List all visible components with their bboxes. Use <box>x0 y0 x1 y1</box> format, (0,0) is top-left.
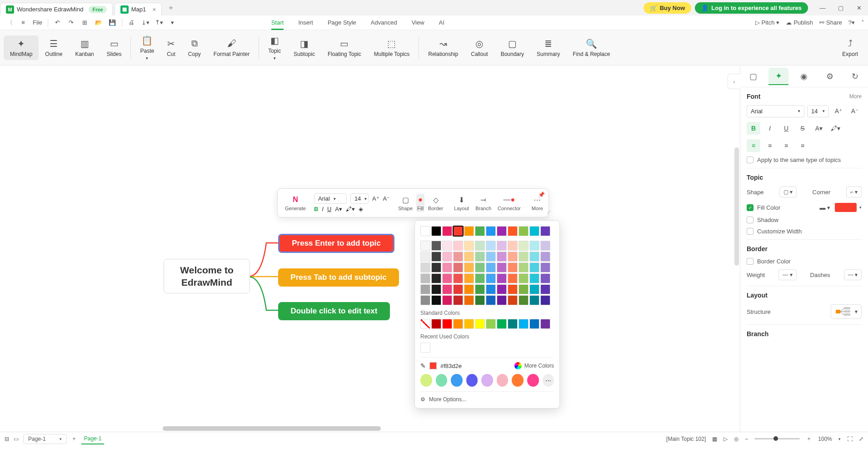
color-swatch[interactable] <box>442 241 452 251</box>
paste-button[interactable]: 📋Paste▾ <box>134 32 160 63</box>
color-swatch[interactable] <box>420 226 430 236</box>
color-swatch[interactable] <box>529 252 539 262</box>
color-swatch[interactable] <box>442 295 452 305</box>
color-swatch[interactable] <box>453 319 463 329</box>
main-topic-1[interactable]: Press Enter to add topic <box>278 234 394 253</box>
rp-decrease-font[interactable]: A⁻ <box>848 105 862 117</box>
hamburger-icon[interactable]: ≡ <box>17 17 29 29</box>
more-toolbar-icon[interactable]: ▾ <box>167 17 179 29</box>
fill-color-dropdown-icon[interactable]: ▾ <box>859 205 862 210</box>
weight-select[interactable]: — ▾ <box>778 269 796 280</box>
topic-button[interactable]: ◧Topic▾ <box>262 32 287 63</box>
color-swatch[interactable] <box>540 241 550 251</box>
relationship-button[interactable]: ↝Relationship <box>422 35 464 60</box>
play-status-icon[interactable]: ▷ <box>723 436 728 442</box>
color-swatch[interactable] <box>508 262 518 272</box>
rp-bold-button[interactable]: B <box>747 122 760 135</box>
panel-tab-icon[interactable]: ◉ <box>794 68 814 85</box>
horizontal-scrollbar[interactable] <box>0 425 740 432</box>
rp-font-family-select[interactable]: Arial▾ <box>747 105 804 117</box>
minimize-button[interactable]: — <box>813 0 832 15</box>
expand-icon[interactable]: ⤢ <box>547 209 551 215</box>
color-swatch[interactable] <box>486 241 496 251</box>
increase-font-icon[interactable]: A⁺ <box>372 195 379 202</box>
redo-button[interactable]: ↷ <box>65 17 77 29</box>
color-swatch[interactable] <box>464 262 474 272</box>
publish-button[interactable]: ☁Publish <box>786 19 813 26</box>
summary-button[interactable]: ≣Summary <box>530 35 566 60</box>
gradient-preset[interactable] <box>420 374 432 387</box>
color-swatch[interactable] <box>497 284 507 294</box>
color-swatch[interactable] <box>475 241 485 251</box>
color-swatch[interactable] <box>540 226 550 236</box>
zoom-slider[interactable] <box>754 438 800 439</box>
color-swatch[interactable] <box>442 273 452 283</box>
view-slides[interactable]: ▭Slides <box>100 35 128 60</box>
color-swatch[interactable] <box>540 295 550 305</box>
document-tab[interactable]: ▦ Map1 × <box>115 3 162 15</box>
shadow-checkbox[interactable]: Shadow <box>747 217 862 223</box>
color-swatch[interactable] <box>464 252 474 262</box>
undo-button[interactable]: ↶ <box>52 17 64 29</box>
color-swatch[interactable] <box>529 284 539 294</box>
color-swatch[interactable] <box>529 295 539 305</box>
color-swatch[interactable] <box>420 273 430 283</box>
color-swatch[interactable] <box>508 252 518 262</box>
connector-button[interactable]: —●Connector <box>495 195 524 211</box>
color-swatch[interactable] <box>475 273 485 283</box>
color-swatch[interactable] <box>508 319 518 329</box>
rp-italic-button[interactable]: I <box>763 122 777 135</box>
menu-start[interactable]: Start <box>271 16 284 29</box>
subtopic-button[interactable]: ◨Subtopic <box>287 35 321 60</box>
color-swatch[interactable] <box>431 284 441 294</box>
color-swatch[interactable] <box>519 262 529 272</box>
rp-highlight-button[interactable]: 🖍▾ <box>828 122 842 135</box>
font-size-select[interactable]: 14▾ <box>350 193 369 204</box>
color-swatch[interactable] <box>453 273 463 283</box>
gradient-more-button[interactable]: ⋯ <box>543 374 554 387</box>
color-swatch[interactable] <box>519 226 529 236</box>
share-button[interactable]: ⚯Share <box>819 19 842 26</box>
file-menu[interactable]: File <box>31 17 44 29</box>
generate-button[interactable]: N Generate <box>282 195 309 211</box>
fill-color-checkbox[interactable]: ✓ Fill Color ▬ ▾ ▾ <box>747 203 862 212</box>
color-swatch[interactable] <box>486 252 496 262</box>
color-swatch[interactable] <box>453 241 463 251</box>
fullscreen-icon[interactable]: ⤢ <box>859 436 863 442</box>
color-swatch[interactable] <box>453 262 463 272</box>
color-swatch[interactable] <box>497 273 507 283</box>
gradient-preset[interactable] <box>466 374 478 387</box>
structure-select[interactable]: ▾ <box>831 304 862 319</box>
main-topic-2[interactable]: Press Tab to add subtopic <box>278 268 399 287</box>
color-swatch[interactable] <box>464 226 474 236</box>
font-color-button[interactable]: A▾ <box>335 206 342 212</box>
color-swatch[interactable] <box>431 226 441 236</box>
color-swatch[interactable] <box>508 226 518 236</box>
rp-align-right[interactable]: ≡ <box>779 139 793 152</box>
app-tab[interactable]: M Wondershare EdrawMind Free <box>0 3 113 15</box>
cut-button[interactable]: ✂Cut <box>160 35 182 60</box>
layout-button[interactable]: ⬇Layout <box>451 195 472 211</box>
font-family-select[interactable]: Arial▾ <box>314 193 347 204</box>
color-swatch[interactable] <box>475 319 485 329</box>
color-swatch[interactable] <box>442 319 452 329</box>
color-swatch[interactable] <box>420 252 430 262</box>
add-page-button[interactable]: ＋ <box>71 435 77 443</box>
color-swatch[interactable] <box>508 273 518 283</box>
vertical-scrollbar[interactable] <box>733 66 740 425</box>
color-swatch[interactable] <box>420 343 430 353</box>
border-color-checkbox[interactable]: Border Color <box>747 258 862 265</box>
color-swatch[interactable] <box>497 295 507 305</box>
color-swatch[interactable] <box>442 252 452 262</box>
more-options-button[interactable]: ⚙ More Options... <box>420 391 554 403</box>
color-swatch[interactable] <box>529 226 539 236</box>
color-swatch[interactable] <box>420 284 430 294</box>
main-topic-3[interactable]: Double click to edit text <box>278 302 390 320</box>
gradient-preset[interactable] <box>451 374 463 387</box>
menu-ai[interactable]: AI <box>439 16 444 29</box>
color-swatch[interactable] <box>464 284 474 294</box>
close-window-button[interactable]: ✕ <box>850 0 868 15</box>
color-swatch[interactable] <box>464 241 474 251</box>
outline-toggle-icon[interactable]: ⊟ <box>5 436 9 442</box>
color-swatch[interactable] <box>497 241 507 251</box>
